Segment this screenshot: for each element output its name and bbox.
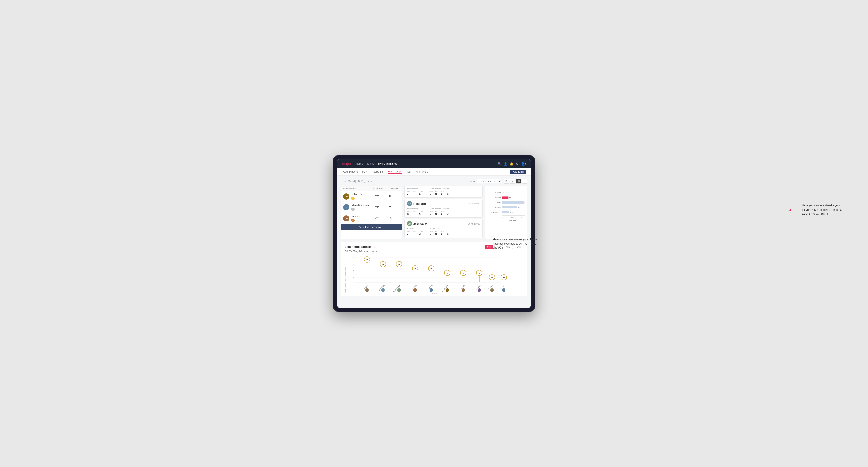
avatar-josh: JC (407, 221, 412, 226)
svg-text:Eagles: Eagles (495, 192, 501, 194)
rank-badge: 1 (351, 197, 354, 200)
svg-text:311: 311 (518, 206, 521, 209)
card-view-icon[interactable]: ▤ (516, 179, 521, 184)
player-cards-area: Total Rounds Tournament 7 Practice 6 (404, 186, 483, 239)
svg-text:Bogeys: Bogeys (495, 206, 501, 209)
player-name-rees: Rees Britt (413, 203, 426, 205)
avatar: RB (343, 193, 349, 199)
settings-icon[interactable]: ⚙ (516, 162, 519, 165)
y-axis-label: Best Streak, Fairway Accuracy (345, 255, 347, 293)
svg-text:4x: 4x (446, 272, 448, 274)
add-team-button[interactable]: Add Team (510, 169, 526, 174)
svg-point-35 (365, 288, 369, 292)
svg-text:4x: 4x (462, 272, 464, 274)
svg-rect-7 (502, 201, 524, 204)
team-title: Team Clippd | 14 Players (341, 180, 369, 183)
sub-nav-tour[interactable]: Tour (406, 170, 411, 174)
tablet-frame: clippd Home Teams My Performance 🔍 👤 🔔 ⚙… (333, 155, 535, 312)
sub-nav-hcaps[interactable]: Hcaps 1-5 (372, 170, 383, 174)
avatar: CB (343, 215, 349, 221)
tournament-value: 7 (407, 192, 415, 195)
nav-link-home[interactable]: Home (356, 162, 363, 165)
team-header: Team Clippd | 14 Players ✏ Show Last 3 m… (341, 179, 527, 184)
player-info: RB Richard Butler 1 (343, 193, 373, 200)
svg-text:3x: 3x (503, 277, 505, 278)
content-grid: PLAYER NAME PB SCORE PB AVG SQ RB Richar… (341, 186, 527, 239)
svg-rect-13 (502, 211, 509, 213)
svg-text:0: 0 (502, 216, 503, 218)
team-header-right: Show Last 3 months Last 6 months Last 12… (469, 179, 527, 184)
view-leaderboard-button[interactable]: View Full Leaderboard (341, 224, 402, 230)
svg-text:3x: 3x (491, 277, 493, 278)
bar-chart-panel: Eagles 3 Birdies 96 Pars 499 (485, 186, 527, 239)
player-score: 18/20 (373, 206, 388, 209)
sub-nav-team-clippd[interactable]: Team Clippd (388, 170, 402, 174)
arrow-pointer: ← (373, 245, 377, 249)
search-icon[interactable]: 🔍 (497, 162, 501, 165)
nav-icons: 🔍 👤 🔔 ⚙ 👤▾ (497, 162, 526, 165)
card-date-rees: 02 Sep 2023 (468, 203, 480, 205)
lb-col-name: PLAYER NAME (343, 187, 373, 189)
table-view-icon[interactable]: ↕ (522, 179, 527, 184)
svg-text:400: 400 (521, 216, 523, 218)
sub-nav-pga[interactable]: PGA (362, 170, 368, 174)
filter-ott[interactable]: OTT (485, 245, 493, 249)
lb-col-avg: PB AVG SQ (388, 187, 399, 189)
player-score: 17/20 (373, 217, 388, 220)
nav-link-teams[interactable]: Teams (367, 162, 374, 165)
practice-activities-label: Total Practice Activities (430, 188, 451, 190)
player-name: Edward Crossman (351, 204, 370, 207)
streaks-title: Best Round Streaks (345, 245, 371, 249)
round-types-card: Total Rounds Tournament 7 Practice 6 (404, 186, 483, 198)
svg-point-60 (445, 288, 449, 292)
practice-value: 6 (419, 192, 425, 195)
bell-icon[interactable]: 🔔 (510, 162, 514, 165)
sub-nav-all-players[interactable]: All Players (416, 170, 428, 174)
svg-text:Total Shots: Total Shots (508, 219, 517, 221)
table-row: RB Richard Butler 1 19/20 110 (341, 191, 402, 202)
svg-text:3: 3 (503, 192, 504, 194)
player-name: Richard Butler (351, 193, 366, 195)
nav-link-performance[interactable]: My Performance (378, 162, 397, 165)
avatar-rees: RB (407, 201, 412, 206)
annotation-text: Here you can see streaks your players ha… (493, 238, 538, 250)
player-info: EC Edward Crossman 2 (343, 204, 373, 211)
svg-text:131: 131 (510, 211, 513, 213)
card-date-josh: 26 Aug 2023 (468, 223, 480, 225)
list-view-icon[interactable]: ≡ (510, 179, 515, 184)
edit-icon[interactable]: ✏ (370, 180, 372, 183)
svg-point-55 (429, 288, 433, 292)
rank-badge: 2 (351, 208, 354, 211)
svg-text:5x: 5x (430, 268, 432, 269)
period-select[interactable]: Last 3 months Last 6 months Last 12 mont… (477, 179, 502, 184)
annotation-arrow-icon (788, 208, 802, 213)
svg-point-40 (381, 288, 385, 292)
table-row: EC Edward Crossman 2 18/20 107 (341, 202, 402, 213)
player-name-josh: Josh Coles (413, 222, 427, 225)
svg-point-75 (490, 288, 494, 292)
streaks-svg: 8 6 4 2 0 7x E. Ebert (348, 255, 523, 293)
player-avg: 103 (388, 217, 399, 220)
svg-text:Pars: Pars (497, 201, 501, 204)
lb-col-score: PB SCORE (373, 187, 388, 189)
svg-point-50 (413, 288, 417, 292)
horizontal-bar-chart: Eagles 3 Birdies 96 Pars 499 (488, 188, 525, 226)
svg-text:8: 8 (353, 257, 354, 259)
profile-icon[interactable]: 👤▾ (521, 162, 526, 165)
player-card-josh: JC Josh Coles 26 Aug 2023 Total Rounds (404, 219, 483, 238)
svg-text:7x: 7x (366, 259, 368, 260)
view-icons: ⊞ ≡ ▤ ↕ (504, 179, 527, 184)
sub-nav-pgat[interactable]: PGAT Players (342, 170, 358, 174)
total-rounds-label: Total Rounds (407, 188, 425, 190)
player-avg: 107 (388, 206, 399, 209)
svg-text:96: 96 (509, 197, 512, 199)
svg-text:Players: Players (432, 292, 439, 294)
svg-text:0: 0 (353, 281, 354, 283)
user-icon[interactable]: 👤 (503, 162, 507, 165)
grid-view-icon[interactable]: ⊞ (504, 179, 509, 184)
svg-point-45 (397, 288, 401, 292)
svg-text:6: 6 (353, 263, 354, 266)
streaks-section: Best Round Streaks ← OTT APP ARG PUTT Of… (341, 242, 527, 296)
svg-rect-1 (502, 192, 502, 194)
nav-links: Home Teams My Performance (356, 162, 493, 165)
